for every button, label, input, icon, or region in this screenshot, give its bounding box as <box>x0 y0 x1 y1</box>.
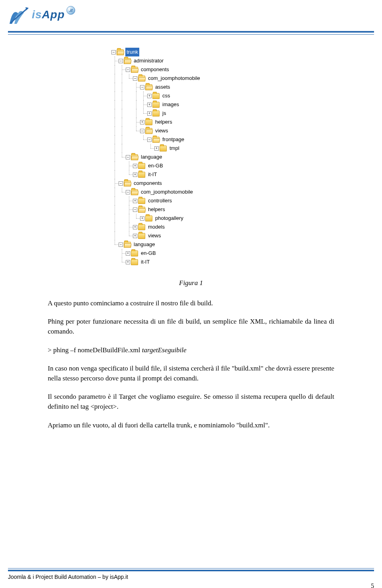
tree-row[interactable]: –views <box>111 126 231 135</box>
tree-connector <box>111 258 119 266</box>
tree-label[interactable]: images <box>161 100 180 109</box>
body-text: Figura 1 A questo punto cominciamo a cos… <box>48 278 334 439</box>
tree-connector <box>119 153 126 161</box>
collapse-icon[interactable]: – <box>147 138 152 142</box>
tree-row[interactable]: +tmpl <box>111 144 231 153</box>
tree-row[interactable]: –language <box>111 240 231 249</box>
tree-label[interactable]: controllers <box>147 196 173 205</box>
tree-row[interactable]: +images <box>111 100 231 109</box>
logo-mark-icon <box>8 4 29 25</box>
tree-label[interactable]: helpers <box>147 205 166 214</box>
collapse-icon[interactable]: – <box>119 243 123 247</box>
tree-row[interactable]: –assets <box>111 83 231 91</box>
expand-icon[interactable]: + <box>140 120 144 124</box>
tree-row[interactable]: +helpers <box>111 118 231 126</box>
expand-icon[interactable]: + <box>126 260 130 264</box>
collapse-icon[interactable]: – <box>126 68 130 72</box>
tree-connector <box>119 91 126 100</box>
tree-label[interactable]: helpers <box>154 118 173 126</box>
tree-label[interactable]: js <box>161 109 167 118</box>
tree-connector <box>119 170 126 179</box>
expand-icon[interactable]: + <box>154 146 159 151</box>
expand-icon[interactable]: + <box>133 164 137 168</box>
tree-label[interactable]: it-IT <box>147 170 158 179</box>
tree-row[interactable]: +it-IT <box>111 258 231 266</box>
tree-label[interactable]: assets <box>154 83 172 91</box>
tree-label[interactable]: en-GB <box>140 249 157 258</box>
folder-icon <box>131 67 138 73</box>
collapse-icon[interactable]: – <box>140 85 144 89</box>
tree-row[interactable]: +js <box>111 109 231 118</box>
folder-icon <box>152 102 160 108</box>
tree-connector <box>133 144 140 153</box>
command-prefix: > phing –f nomeDelBuildFile.xml <box>48 346 142 354</box>
tree-connector <box>111 65 119 74</box>
tree-label[interactable]: trunk <box>125 48 139 56</box>
folder-icon <box>131 154 138 160</box>
folder-icon <box>131 189 138 195</box>
tree-label[interactable]: models <box>147 223 166 231</box>
tree-label[interactable]: views <box>154 126 170 135</box>
collapse-icon[interactable]: – <box>126 190 130 194</box>
tree-label[interactable]: it-IT <box>140 258 151 266</box>
collapse-icon[interactable]: – <box>126 155 130 159</box>
tree-row[interactable]: –components <box>111 65 231 74</box>
tree-row[interactable]: +css <box>111 91 231 100</box>
tree-label[interactable]: language <box>133 240 156 249</box>
collapse-icon[interactable]: – <box>133 208 137 212</box>
tree-row[interactable]: –components <box>111 179 231 188</box>
tree-row[interactable]: –language <box>111 153 231 161</box>
tree-row[interactable]: –com_joomphotomobile <box>111 188 231 196</box>
tree-connector <box>119 223 126 231</box>
expand-icon[interactable]: + <box>140 216 144 221</box>
tree-label[interactable]: photogallery <box>154 214 185 223</box>
expand-icon[interactable]: + <box>133 199 137 203</box>
tree-row[interactable]: +en-GB <box>111 249 231 258</box>
folder-icon <box>138 172 145 178</box>
folder-icon <box>152 137 160 143</box>
expand-icon[interactable]: + <box>133 173 137 177</box>
expand-icon[interactable]: + <box>147 111 152 116</box>
tree-row[interactable]: –administrator <box>111 56 231 65</box>
collapse-icon[interactable]: – <box>119 181 123 186</box>
tree-label[interactable]: frontpage <box>161 135 185 144</box>
tree-row[interactable]: +controllers <box>111 196 231 205</box>
tree-connector <box>119 74 126 83</box>
tree-label[interactable]: com_joomphotomobile <box>147 74 201 83</box>
tree-label[interactable]: views <box>147 231 162 240</box>
tree-row[interactable]: –trunk <box>111 48 231 56</box>
tree-label[interactable]: com_joomphotomobile <box>140 188 194 196</box>
collapse-icon[interactable]: – <box>140 129 144 133</box>
tree-row[interactable]: +models <box>111 223 231 231</box>
tree-label[interactable]: components <box>133 179 163 188</box>
tree-label[interactable]: administrator <box>133 56 165 65</box>
folder-icon <box>152 111 160 116</box>
tree-label[interactable]: en-GB <box>147 161 164 170</box>
tree-label[interactable]: css <box>161 91 172 100</box>
tree-row[interactable]: +en-GB <box>111 161 231 170</box>
tree-connector <box>119 83 126 91</box>
tree-row[interactable]: –com_joomphotomobile <box>111 74 231 83</box>
collapse-icon[interactable]: – <box>119 59 123 63</box>
collapse-icon[interactable]: – <box>133 76 137 81</box>
tree-connector <box>133 91 140 100</box>
tree-connector <box>119 126 126 135</box>
tree-row[interactable]: +it-IT <box>111 170 231 179</box>
collapse-icon[interactable]: – <box>111 50 116 54</box>
tree-connector <box>119 144 126 153</box>
tree-row[interactable]: +views <box>111 231 231 240</box>
tree-row[interactable]: –frontpage <box>111 135 231 144</box>
tree-label[interactable]: language <box>140 153 164 161</box>
expand-icon[interactable]: + <box>147 94 152 98</box>
expand-icon[interactable]: + <box>147 103 152 107</box>
tree-row[interactable]: –helpers <box>111 205 231 214</box>
expand-icon[interactable]: + <box>126 251 130 256</box>
tree-label[interactable]: components <box>140 65 170 74</box>
tree-label[interactable]: tmpl <box>168 144 181 153</box>
expand-icon[interactable]: + <box>133 234 137 238</box>
tree-row[interactable]: +photogallery <box>111 214 231 223</box>
expand-icon[interactable]: + <box>133 225 137 229</box>
tree-connector <box>111 223 119 231</box>
folder-icon <box>131 250 138 256</box>
tree-connector <box>119 249 126 258</box>
